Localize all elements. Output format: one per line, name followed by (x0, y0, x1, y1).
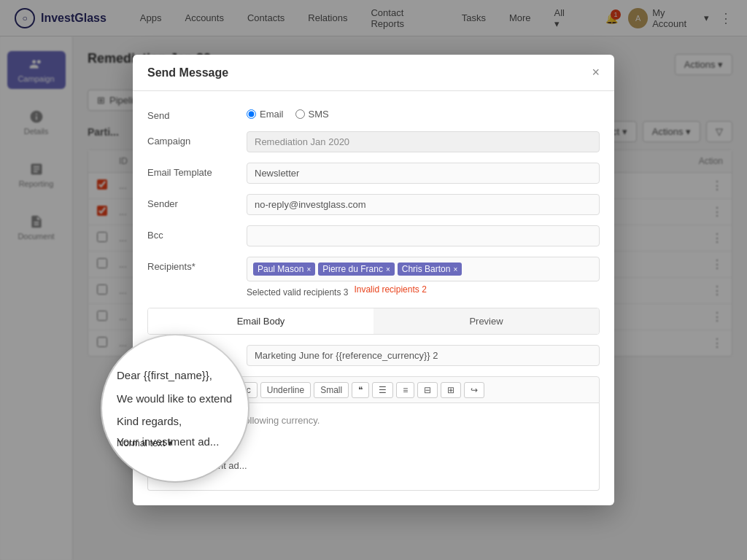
modal-close-button[interactable]: × (592, 65, 600, 80)
modal-header: Send Message × (133, 55, 614, 91)
tag-paul-mason[interactable]: Paul Mason × (253, 262, 315, 276)
tag-pierre[interactable]: Pierre du Franc × (318, 262, 395, 276)
send-options: Email SMS (247, 106, 600, 120)
recipients-row: Recipients* Paul Mason × Pierre du Franc… (147, 257, 600, 298)
recipients-input-wrapper: Paul Mason × Pierre du Franc × Chris Bar… (247, 257, 600, 298)
invalid-recipients-link[interactable]: Invalid recipients 2 (354, 284, 426, 298)
campaign-input-wrapper (247, 131, 600, 152)
email-template-label: Email Template (147, 163, 235, 178)
tag-chris[interactable]: Chris Barton × (398, 262, 462, 276)
magnify-line-4: Kind regards, (117, 412, 233, 431)
sms-radio-text: SMS (309, 109, 329, 120)
ordered-list-button[interactable]: ≡ (396, 382, 414, 398)
bcc-input-wrapper (247, 225, 600, 246)
email-radio-text: Email (260, 109, 284, 120)
sender-input-wrapper (247, 194, 600, 215)
tag-remove-1[interactable]: × (386, 265, 390, 273)
bcc-row: Bcc (147, 225, 600, 246)
modal-title: Send Message (147, 66, 228, 79)
small-button[interactable]: Small (314, 382, 349, 398)
email-radio[interactable] (247, 109, 256, 119)
underline-button[interactable]: Underline (260, 382, 311, 398)
email-radio-label[interactable]: Email (247, 109, 284, 120)
magnify-line-2: We would like to extend (117, 389, 233, 408)
magnify-line-0: Dear {{first_name}}, (117, 366, 233, 385)
normal-text-indicator-label: Normal text ▾ (117, 438, 173, 448)
modal-overlay: Send Message × Send Email SMS (0, 0, 747, 560)
email-template-row: Email Template (147, 163, 600, 184)
tag-text-2: Chris Barton (402, 264, 451, 274)
valid-recipients-count: Selected valid recipients 3 (247, 287, 348, 298)
indent-increase-button[interactable]: ⊞ (441, 382, 461, 398)
tag-remove-2[interactable]: × (453, 265, 457, 273)
magnify-zoom-circle: Dear {{first_name}}, We would like to ex… (102, 335, 248, 481)
recipients-label: Recipients* (147, 257, 235, 272)
sender-row: Sender (147, 194, 600, 215)
normal-text-indicator: Normal text ▾ (117, 438, 173, 448)
sms-radio[interactable] (295, 109, 305, 119)
redo-button[interactable]: ↪ (464, 382, 484, 398)
sender-input[interactable] (247, 194, 600, 215)
email-tabs: Email Body Preview (147, 308, 600, 335)
tag-text-1: Pierre du Franc (322, 264, 383, 274)
tag-remove-0[interactable]: × (306, 265, 311, 273)
email-template-input-wrapper (247, 163, 600, 184)
sender-label: Sender (147, 194, 235, 209)
campaign-input[interactable] (247, 131, 600, 152)
list-button[interactable]: ☰ (372, 382, 393, 398)
quote-button[interactable]: ❝ (352, 382, 369, 398)
bcc-label: Bcc (147, 225, 235, 241)
indent-decrease-button[interactable]: ⊟ (417, 382, 438, 398)
campaign-row: Campaign (147, 131, 600, 152)
email-template-input[interactable] (247, 163, 600, 184)
email-subject-input[interactable] (247, 345, 600, 366)
recipients-tags[interactable]: Paul Mason × Pierre du Franc × Chris Bar… (247, 257, 600, 281)
email-subject-input-wrapper (247, 345, 600, 366)
send-row: Send Email SMS (147, 106, 600, 121)
bcc-input[interactable] (247, 225, 600, 246)
send-label: Send (147, 106, 235, 121)
campaign-label: Campaign (147, 131, 235, 147)
tab-preview[interactable]: Preview (374, 308, 599, 334)
tab-email-body[interactable]: Email Body (148, 308, 374, 334)
sms-radio-label[interactable]: SMS (295, 109, 329, 120)
tag-text-0: Paul Mason (258, 264, 303, 274)
